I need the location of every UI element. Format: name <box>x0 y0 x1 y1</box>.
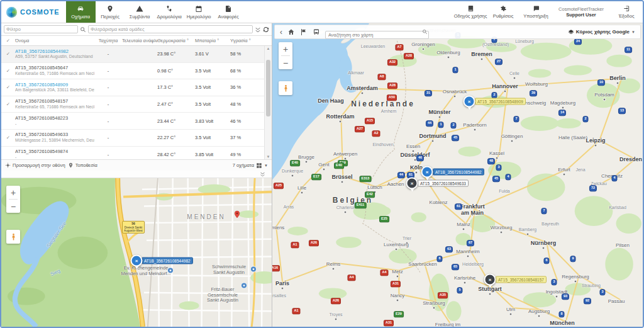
city-dot <box>509 313 513 316</box>
row-checkbox[interactable]: ✓ <box>1 84 15 90</box>
vehicle-address: Kelterstraße 65, 71686 Remseck am Neckar… <box>15 71 94 77</box>
speed-cell: - <box>94 135 122 140</box>
row-checkbox[interactable]: ✓ <box>1 135 15 140</box>
city-dot <box>438 116 441 119</box>
table-row[interactable]: ✓AT1B_356726108544982A59, 53757 Sankt Au… <box>1 46 272 63</box>
table-row[interactable]: AT15_356726108549874--28.42 C°3.85 Volt4… <box>1 147 272 159</box>
main-nav: ΟχήματαΠεριοχέςΣυμβάνταΔρομολόγιαΗμερολό… <box>66 1 243 23</box>
table-row[interactable]: ✓AT15_356726108548157Kelterstraße 65, 71… <box>1 96 272 113</box>
action-gear[interactable]: Ρυθμίσεις <box>487 1 519 23</box>
collapse-map-icon[interactable]: ‹ <box>280 28 282 36</box>
city-dot <box>489 293 492 296</box>
nav-item-car[interactable]: Οχήματα <box>66 1 96 23</box>
pegman-icon <box>282 84 290 93</box>
location-button[interactable]: Τοποθεσία <box>68 162 97 168</box>
pegman-control[interactable] <box>6 230 20 244</box>
account-app-name: CosmoteFleetTracker <box>558 6 604 12</box>
logout-button[interactable]: Έξοδος <box>610 1 643 23</box>
fit-to-screen-button[interactable]: Προσαρμογή στην οθόνη <box>5 162 65 168</box>
table-row[interactable]: ✓AT15_356726108545647Kelterstraße 65, 71… <box>1 63 272 80</box>
city-dot <box>431 140 435 143</box>
vehicle-marker[interactable]: × <box>131 255 143 267</box>
scrollbar-thumb[interactable] <box>266 60 270 116</box>
vehicle-count-control[interactable]: 7 οχήματα ▼ <box>233 162 268 169</box>
city-dot <box>433 307 436 310</box>
vehicle-icon[interactable] <box>313 28 320 36</box>
flag-icon[interactable] <box>300 28 308 36</box>
brand: COSMOTE <box>1 1 66 23</box>
vehicle-name-cell: AT1B_356726108544982A59, 53757 Sankt Aug… <box>15 48 94 60</box>
group-filter-input[interactable] <box>88 25 253 33</box>
column-header: Υγρασία ° <box>230 38 255 43</box>
nav-label: Αναφορές <box>218 14 239 20</box>
speed-cell: - <box>94 101 122 107</box>
vehicle-marker[interactable]: × <box>464 96 475 108</box>
zoom-out-button[interactable]: − <box>6 200 20 213</box>
collapse-filters-icon[interactable] <box>255 26 261 33</box>
search-icon[interactable] <box>422 29 428 35</box>
scroll-down-icon[interactable]: ▼ <box>265 155 272 159</box>
city-dot <box>467 255 470 258</box>
zoom-out-button[interactable]: − <box>279 56 292 69</box>
city-dot <box>500 231 503 234</box>
scroll-up-icon[interactable]: ▲ <box>265 47 272 50</box>
zoom-in-button[interactable]: + <box>6 186 20 199</box>
nav-item-warning[interactable]: Συμβάντα <box>125 1 155 23</box>
collapse-panel-icon[interactable] <box>260 171 265 177</box>
vehicle-marker[interactable]: × <box>406 178 418 189</box>
nav-item-calendar[interactable]: Ημερολόγιο <box>184 1 214 23</box>
caret-down-icon: ▼ <box>264 164 268 167</box>
row-checkbox[interactable]: ✓ <box>1 68 15 74</box>
row-checkbox[interactable]: ✓ <box>1 51 15 57</box>
mini-map[interactable]: + − 56 Dreieck Sankt Augustin-West Siegt… <box>1 178 272 327</box>
vehicle-count: 7 οχήματα <box>233 162 254 168</box>
action-book[interactable]: Οδηγός χρήσης <box>454 1 487 23</box>
battery-cell: 3.83 Volt <box>195 118 230 124</box>
city-dot <box>291 174 294 178</box>
vehicle-marker[interactable]: × <box>484 274 496 286</box>
table-row[interactable]: ✓AT15_356726108549633Mühlengasse 21, 538… <box>1 130 272 147</box>
pegman-control[interactable] <box>279 81 292 95</box>
vehicle-map-label: AT15_356726108548157 <box>496 276 547 283</box>
refresh-icon[interactable] <box>263 26 269 33</box>
humidity-cell: 58 % <box>230 51 255 57</box>
city-dot <box>563 173 566 176</box>
battery-cell: 3.5 Volt <box>195 135 230 140</box>
vehicle-marker[interactable]: × <box>421 166 433 178</box>
header-checkbox[interactable]: ✓ <box>1 38 15 43</box>
fit-screen-icon <box>5 162 11 168</box>
zoom-in-button[interactable]: + <box>279 42 292 55</box>
table-row[interactable]: AT15_356726108548223--23.44 C°3.83 Volt4… <box>1 113 272 130</box>
city-dot <box>462 228 465 231</box>
map-search-input[interactable] <box>325 31 429 39</box>
city-dot <box>504 90 507 93</box>
table-row[interactable]: ✓AT15_356726108548909Am Balgenstück 20A,… <box>1 79 272 96</box>
filter-input[interactable] <box>4 25 78 33</box>
city-dot <box>474 128 477 132</box>
home-icon[interactable] <box>287 28 295 36</box>
account-info: CosmoteFleetTracker Support User <box>552 1 610 23</box>
nav-item-pin[interactable]: Περιοχές <box>96 1 125 23</box>
column-header: Μπαταρία ° <box>195 38 230 43</box>
filter-bar <box>1 23 272 36</box>
city-dot <box>361 92 364 95</box>
nav-item-route[interactable]: Δρομολόγια <box>155 1 184 23</box>
map-type-selector[interactable]: Κύριος χάρτης Google ▼ <box>568 29 635 35</box>
row-checkbox[interactable]: ✓ <box>1 101 15 107</box>
list-scrollbar[interactable]: ▲ ▼ <box>264 46 272 159</box>
minimap-canvas <box>1 178 272 327</box>
action-label: Ρυθμίσεις <box>493 13 514 19</box>
city-dot <box>339 120 342 123</box>
main-map[interactable]: ‹ Κύριος χάρτης Google ▼ + − <box>272 23 643 327</box>
table-header: ✓ΌνομαΤαχύτηταΤελευταία ανάφλεξη ▼Θερμοκ… <box>1 36 272 46</box>
calendar-icon <box>195 5 203 13</box>
action-chat[interactable]: Υποστήριξη <box>519 1 552 23</box>
caret-down-icon: ▼ <box>631 30 635 34</box>
vehicle-name-cell: AT15_356726108549874- <box>15 149 94 159</box>
nav-item-report[interactable]: Αναφορές <box>214 1 243 23</box>
panel-collapse-strip <box>1 171 272 178</box>
route-icon <box>165 5 173 13</box>
vehicle-name: AT15_356726108548157 <box>15 98 94 105</box>
top-bar: COSMOTE ΟχήματαΠεριοχέςΣυμβάνταΔρομολόγι… <box>1 1 643 23</box>
city-dot <box>305 161 308 164</box>
